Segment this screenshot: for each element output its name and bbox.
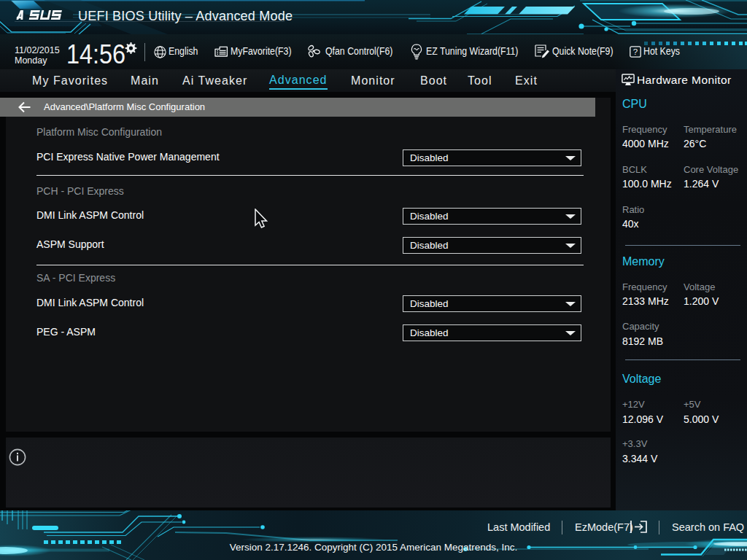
svg-text:?: ? <box>633 47 638 56</box>
